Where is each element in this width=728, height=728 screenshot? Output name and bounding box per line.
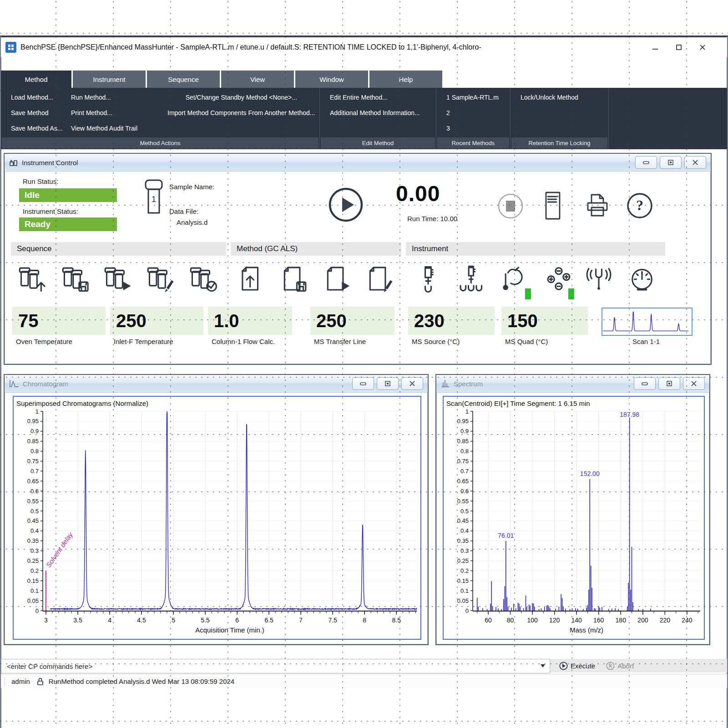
- chromatogram-title: Chromatogram: [23, 380, 68, 388]
- instrument-status-badge: Ready: [19, 217, 117, 231]
- panel-close-icon[interactable]: [684, 156, 706, 169]
- dropdown-caret-icon[interactable]: [537, 660, 549, 671]
- panel-restore-icon[interactable]: [377, 377, 399, 390]
- svg-text:0.45: 0.45: [27, 517, 39, 524]
- ms-tune-icon[interactable]: [585, 263, 613, 297]
- svg-text:1: 1: [465, 408, 469, 415]
- panel-close-icon[interactable]: [683, 377, 705, 390]
- pc-tower-icon[interactable]: [541, 191, 565, 220]
- sequence-save-icon[interactable]: [61, 263, 90, 297]
- tile-inlet-f-temperature: 250: [110, 307, 203, 335]
- ribbon-item-save-method[interactable]: Save Method: [11, 105, 71, 121]
- svg-text:0.75: 0.75: [27, 458, 39, 465]
- printer-icon[interactable]: [583, 191, 612, 220]
- svg-text:60: 60: [485, 617, 492, 624]
- execute-button[interactable]: Execute: [556, 661, 599, 671]
- ribbon-group-label: Retention Time Locking: [511, 137, 607, 149]
- gc-oven-ready-indicator: [525, 288, 531, 299]
- ribbon-item-load-method[interactable]: Load Method...: [11, 90, 71, 105]
- method-save-icon[interactable]: [280, 263, 308, 297]
- spectrum-panel: Spectrum 00.050.10.150.20.250.30.350.40.…: [435, 374, 710, 645]
- ribbon-item-print-method[interactable]: Print Method...: [71, 105, 167, 121]
- svg-text:0.85: 0.85: [457, 438, 469, 445]
- instrument-status-label: Instrument Status:: [23, 207, 78, 215]
- svg-text:0.6: 0.6: [460, 488, 469, 495]
- abort-button[interactable]: Abort: [602, 661, 637, 671]
- injector-wash-icon[interactable]: [456, 263, 485, 297]
- gc-oven-icon[interactable]: [499, 263, 527, 297]
- ms-source-ready-indicator: [568, 288, 574, 299]
- ribbon-item-view-method-audit-trail[interactable]: View Method Audit Trail: [71, 121, 167, 136]
- cp-command-input[interactable]: [1, 659, 541, 673]
- stop-icon[interactable]: [497, 192, 524, 220]
- help-icon[interactable]: ?: [626, 192, 653, 219]
- tab-method[interactable]: Method: [1, 71, 71, 88]
- titlebar: BenchPSE {BenchPSE}/Enhanced MassHunter …: [1, 37, 727, 57]
- sequence-edit-icon[interactable]: [147, 263, 175, 297]
- ribbon-group-label: Edit Method: [321, 137, 435, 149]
- ribbon-group-method-actions: Load Method...Save MethodSave Method As.…: [1, 88, 320, 149]
- ribbon-group-label: Recent Methods: [437, 137, 509, 149]
- tab-window[interactable]: Window: [295, 71, 368, 88]
- ribbon-item-save-method-as[interactable]: Save Method As...: [11, 121, 71, 136]
- ribbon-item-3[interactable]: 3: [446, 121, 510, 136]
- tile-label: Inlet-F Temperature: [114, 338, 173, 345]
- method-load-icon[interactable]: [237, 263, 265, 297]
- panel-minimize-icon[interactable]: [635, 156, 657, 169]
- svg-text:0.1: 0.1: [30, 587, 39, 594]
- tile-value: 150: [501, 307, 588, 335]
- ribbon-items: Lock/Unlock Method: [511, 88, 608, 137]
- ribbon-item-edit-entire-method[interactable]: Edit Entire Method...: [330, 90, 436, 105]
- tab-instrument[interactable]: Instrument: [73, 71, 146, 88]
- svg-text:0.55: 0.55: [457, 498, 469, 505]
- section-header-sequence: Sequence: [11, 242, 226, 256]
- panel-restore-icon[interactable]: [660, 156, 682, 169]
- tab-view[interactable]: View: [221, 71, 294, 88]
- sequence-run-icon[interactable]: [104, 263, 132, 297]
- gauge-icon[interactable]: [628, 263, 656, 297]
- method-run-icon[interactable]: [323, 263, 351, 297]
- lock-icon: [36, 677, 44, 686]
- svg-text:8.5: 8.5: [392, 617, 401, 624]
- svg-text:Scan(Centroid) EI[+] Time S: Scan(Centroid) EI[+] Time Segment: 1 6.1…: [446, 399, 590, 407]
- svg-text:180: 180: [616, 617, 627, 624]
- svg-text:4.5: 4.5: [137, 617, 146, 624]
- ribbon-item-run-method[interactable]: Run Method...: [71, 90, 167, 105]
- play-icon[interactable]: [328, 187, 364, 223]
- svg-text:0.35: 0.35: [457, 537, 469, 544]
- svg-text:Solvent delay: Solvent delay: [45, 530, 75, 569]
- svg-text:Superimposed Chromatograms (No: Superimposed Chromatograms (Normalize): [16, 399, 148, 407]
- tile-ms-source-c: 230: [408, 307, 495, 335]
- maximize-icon[interactable]: [667, 40, 691, 55]
- svg-text:Acquisition Time (min.): Acquisition Time (min.): [195, 626, 264, 634]
- minimize-icon[interactable]: [643, 40, 667, 55]
- sequence-validate-icon[interactable]: [189, 263, 217, 297]
- svg-text:1: 1: [35, 408, 39, 415]
- ribbon-item-additional-method-information[interactable]: Additional Method Information...: [330, 105, 436, 121]
- panel-restore-icon[interactable]: [658, 377, 680, 390]
- ribbon-item-2[interactable]: 2: [446, 105, 510, 121]
- svg-text:120: 120: [549, 617, 560, 624]
- ribbon-item-import-method-components-from-another-method[interactable]: Import Method Components From Another Me…: [167, 105, 320, 121]
- sequence-load-icon[interactable]: [18, 263, 46, 297]
- method-edit-icon[interactable]: [365, 263, 394, 297]
- execute-icon: [559, 662, 568, 670]
- chromatogram-panel: Chromatogram 00.050.10.150.20.250.30.350…: [4, 374, 429, 645]
- tab-sequence[interactable]: Sequence: [147, 71, 220, 88]
- panel-minimize-icon[interactable]: [352, 377, 374, 390]
- svg-text:0.15: 0.15: [27, 577, 39, 584]
- spectrum-icon: [441, 379, 450, 388]
- ribbon-item-1-samplea-rtl-m[interactable]: 1 SampleA-RTL.m: [446, 90, 510, 105]
- close-icon[interactable]: [691, 40, 714, 55]
- ribbon-spacer: [330, 121, 436, 136]
- ribbon-item-lock-unlock-method[interactable]: Lock/Unlock Method: [521, 90, 608, 105]
- panel-close-icon[interactable]: [401, 377, 423, 390]
- svg-text:0.15: 0.15: [457, 577, 469, 584]
- panel-minimize-icon[interactable]: [634, 377, 656, 390]
- tile-value: 75: [12, 307, 106, 335]
- ribbon-item-set-change-standby-method-none[interactable]: Set/Change Standby Method <None>...: [167, 90, 320, 105]
- svg-text:0.1: 0.1: [460, 587, 469, 594]
- svg-text:220: 220: [660, 617, 671, 624]
- tab-help[interactable]: Help: [369, 71, 442, 88]
- injector-icon[interactable]: [414, 263, 442, 297]
